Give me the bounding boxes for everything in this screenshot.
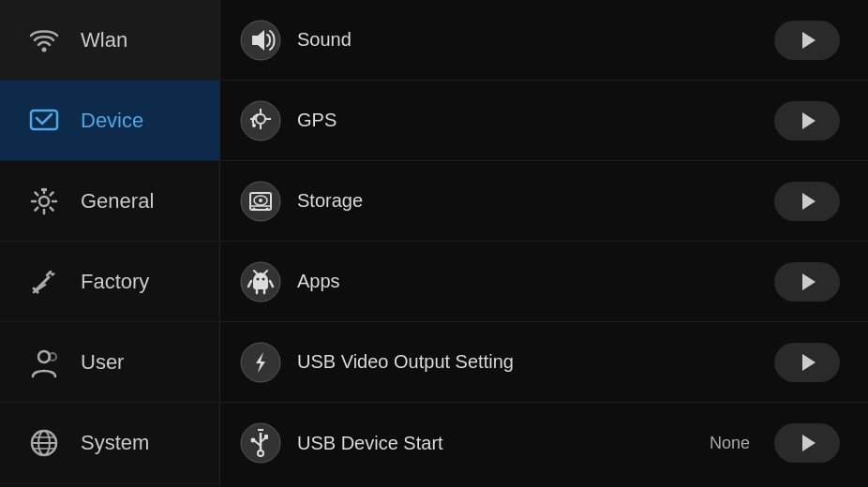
usb-device-label: USB Device Start	[297, 433, 695, 454]
gear-icon	[26, 184, 62, 219]
wifi-icon	[26, 22, 62, 58]
sidebar-label-user: User	[81, 350, 124, 375]
svg-point-22	[252, 124, 256, 127]
sidebar-label-factory: Factory	[81, 270, 149, 294]
sound-label: Sound	[297, 29, 759, 51]
gps-chevron-button[interactable]	[774, 101, 840, 140]
usb-video-label: USB Video Output Setting	[297, 351, 759, 373]
sidebar-item-general[interactable]: General	[0, 161, 219, 242]
usb-video-chevron-button[interactable]	[774, 343, 840, 382]
svg-point-16	[241, 101, 280, 140]
sidebar: Wlan Device General	[0, 0, 220, 487]
svg-line-5	[47, 272, 51, 275]
storage-chevron-button[interactable]	[774, 182, 840, 221]
sidebar-label-wlan: Wlan	[81, 28, 127, 52]
storage-label: Storage	[297, 190, 759, 212]
apps-icon	[239, 260, 282, 303]
menu-item-gps[interactable]: GPS	[220, 81, 868, 161]
usb-video-icon	[239, 341, 282, 384]
menu-item-usb-video[interactable]: USB Video Output Setting	[220, 322, 868, 403]
apps-chevron-button[interactable]	[774, 262, 840, 302]
sidebar-item-system[interactable]: System	[0, 403, 219, 483]
svg-point-48	[251, 438, 256, 443]
sidebar-item-user[interactable]: User	[0, 322, 219, 403]
usb-device-icon	[239, 421, 282, 465]
svg-point-0	[42, 47, 47, 52]
menu-item-usb-device[interactable]: USB Device Start None	[220, 403, 868, 483]
device-icon	[26, 103, 62, 139]
svg-point-34	[262, 277, 265, 280]
apps-label: Apps	[297, 271, 759, 292]
sound-chevron-button[interactable]	[774, 21, 840, 60]
usb-device-chevron-button[interactable]	[774, 423, 840, 463]
svg-point-28	[266, 207, 269, 210]
user-icon	[26, 345, 62, 380]
chevron-right-icon	[802, 273, 816, 290]
svg-point-33	[257, 277, 260, 280]
sidebar-item-device[interactable]: Device	[0, 81, 219, 161]
gps-label: GPS	[297, 110, 759, 131]
chevron-right-icon	[802, 32, 816, 49]
gps-icon	[239, 99, 282, 142]
sidebar-label-system: System	[81, 431, 149, 455]
sound-icon	[239, 19, 282, 62]
sidebar-item-wlan[interactable]: Wlan	[0, 0, 219, 81]
svg-rect-32	[253, 280, 268, 289]
main-content: Sound GPS	[220, 0, 868, 487]
menu-item-sound[interactable]: Sound	[220, 0, 868, 81]
wrench-icon	[26, 264, 62, 300]
menu-item-storage[interactable]: Storage	[220, 161, 868, 242]
svg-point-29	[253, 207, 256, 210]
storage-icon	[239, 180, 282, 223]
svg-rect-1	[31, 111, 57, 129]
chevron-right-icon	[802, 354, 816, 371]
chevron-right-icon	[802, 193, 816, 210]
svg-point-2	[39, 197, 49, 206]
globe-icon	[26, 425, 62, 461]
sidebar-label-device: Device	[81, 109, 143, 133]
svg-rect-46	[264, 435, 268, 439]
chevron-right-icon	[802, 435, 816, 451]
svg-point-26	[259, 199, 262, 202]
sidebar-label-general: General	[81, 189, 154, 214]
chevron-right-icon	[802, 112, 816, 129]
sidebar-item-factory[interactable]: Factory	[0, 242, 219, 322]
menu-item-apps[interactable]: Apps	[220, 242, 868, 322]
usb-device-value: None	[710, 434, 750, 453]
